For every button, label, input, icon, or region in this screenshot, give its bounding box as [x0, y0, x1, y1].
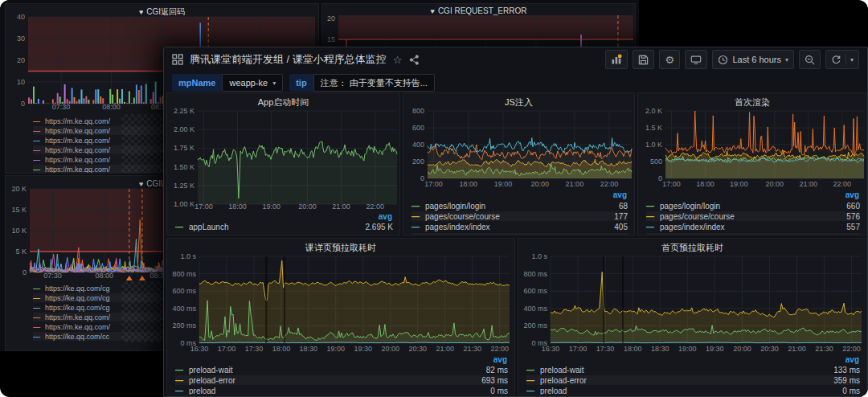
- svg-text:21:30: 21:30: [815, 345, 833, 353]
- svg-text:17:30: 17:30: [245, 345, 264, 353]
- legend-item[interactable]: —pages/login/login660: [646, 201, 860, 211]
- svg-text:18:00: 18:00: [624, 345, 642, 353]
- panel-course-preload[interactable]: 课详页预拉取耗时 1.0 s800 ms600 ms400 ms200 ms0 …: [166, 238, 515, 395]
- legend-avg-header[interactable]: avg: [493, 355, 507, 364]
- legend-item[interactable]: —preload0 ms: [175, 386, 508, 395]
- series-dash-icon: —: [411, 202, 420, 211]
- svg-text:200 ms: 200 ms: [523, 321, 547, 329]
- dashboards-grid-icon[interactable]: [172, 54, 183, 65]
- dashboard-header: 腾讯课堂前端开发组 / 课堂小程序总体监控 ☆ ⚙ Last 6 hours: [164, 47, 867, 72]
- series-dash-icon: —: [526, 387, 534, 395]
- svg-text:19:00: 19:00: [494, 180, 513, 188]
- legend-avg-header[interactable]: avg: [613, 190, 627, 199]
- legend-item[interactable]: —appLaunch2.695 K: [175, 222, 393, 231]
- variable-tip[interactable]: tip 注意： 由于变量不支持告...: [289, 74, 435, 92]
- panel-first-render[interactable]: 首次渲染 2.0 K1.5 K1.0 K500017:0018:0019:002…: [637, 92, 867, 235]
- legend-item[interactable]: —preload-error359 ms: [526, 375, 860, 385]
- legend-item[interactable]: —pages/…: [411, 233, 628, 235]
- series-dash-icon: —: [175, 223, 183, 231]
- legend-item[interactable]: —pages/login/login68: [411, 201, 628, 211]
- svg-text:21:00: 21:00: [436, 345, 454, 353]
- time-range-picker[interactable]: Last 6 hours ▾: [712, 50, 794, 69]
- svg-text:2.00 K: 2.00 K: [174, 125, 194, 133]
- svg-text:15: 15: [327, 35, 335, 43]
- series-dash-icon: —: [33, 323, 40, 331]
- svg-text:21:00: 21:00: [800, 180, 818, 188]
- time-range-label: Last 6 hours: [732, 55, 781, 64]
- legend-item[interactable]: —pages/course/course576: [646, 211, 860, 221]
- series-dash-icon: —: [526, 366, 534, 374]
- svg-text:400 ms: 400 ms: [172, 305, 196, 313]
- dashboard-window: 腾讯课堂前端开发组 / 课堂小程序总体监控 ☆ ⚙ Last 6 hours: [163, 47, 868, 397]
- svg-text:1.75 K: 1.75 K: [174, 144, 194, 152]
- svg-text:19:30: 19:30: [354, 345, 373, 353]
- svg-text:20 K: 20 K: [11, 185, 27, 193]
- svg-text:19:00: 19:00: [730, 180, 748, 188]
- series-dash-icon: —: [33, 333, 40, 341]
- panel-app-launch[interactable]: App启动时间 2.25 K2.00 K1.75 K1.50 K1.25 K1.…: [166, 92, 400, 235]
- chevron-down-icon: ▾: [272, 80, 276, 87]
- svg-text:17:30: 17:30: [596, 345, 615, 353]
- cycle-view-button[interactable]: [685, 50, 707, 69]
- series-dash-icon: —: [411, 234, 420, 236]
- svg-text:800 ms: 800 ms: [172, 270, 196, 278]
- legend-item[interactable]: —pages/index/index405: [411, 222, 628, 231]
- dashboard-settings-button[interactable]: ⚙: [659, 50, 680, 69]
- series-dash-icon: —: [646, 202, 654, 211]
- svg-text:21:00: 21:00: [788, 345, 806, 353]
- svg-text:40: 40: [17, 13, 25, 21]
- legend-item[interactable]: —pages/course/course177: [411, 211, 628, 221]
- legend-item[interactable]: —preload0 ms: [526, 386, 860, 395]
- svg-text:22:00: 22:00: [490, 345, 509, 353]
- panel-home-preload[interactable]: 首页预拉取耗时 1.0 s800 ms600 ms400 ms200 ms0 m…: [518, 238, 867, 395]
- svg-text:1.0 s: 1.0 s: [180, 252, 196, 260]
- series-dash-icon: —: [175, 366, 183, 374]
- add-panel-button[interactable]: [605, 50, 628, 69]
- screenshot: ♥CGI返回码 40302010007:3008:0008:30 —https:…: [0, 0, 868, 397]
- zoom-out-button[interactable]: [799, 50, 821, 69]
- svg-text:10: 10: [17, 78, 25, 86]
- chevron-down-icon: ▾: [850, 56, 854, 63]
- favorite-star-icon[interactable]: ☆: [393, 55, 403, 65]
- svg-text:20: 20: [17, 56, 25, 64]
- variable-mpname[interactable]: mpName weapp-ke▾: [172, 74, 283, 92]
- svg-text:17:00: 17:00: [218, 345, 236, 353]
- svg-text:07:30: 07:30: [52, 103, 71, 111]
- svg-text:19:30: 19:30: [706, 345, 724, 353]
- refresh-button[interactable]: ▾: [825, 50, 859, 69]
- svg-text:10 K: 10 K: [11, 227, 27, 235]
- svg-text:20:30: 20:30: [760, 345, 779, 353]
- svg-text:19:00: 19:00: [678, 345, 697, 353]
- svg-text:16:30: 16:30: [542, 345, 560, 353]
- svg-text:17:00: 17:00: [424, 180, 443, 188]
- legend-item[interactable]: —pages/index/index557: [646, 222, 860, 231]
- legend-item[interactable]: —preload-wait82 ms: [175, 365, 508, 374]
- svg-text:21:30: 21:30: [463, 345, 481, 353]
- series-dash-icon: —: [33, 313, 40, 321]
- svg-text:600 ms: 600 ms: [172, 287, 196, 295]
- legend-item[interactable]: —pages/…: [646, 233, 860, 235]
- variable-tip-value[interactable]: 注意： 由于变量不支持告...: [313, 74, 435, 92]
- variable-mpname-select[interactable]: weapp-ke▾: [222, 74, 283, 92]
- variables-row: mpName weapp-ke▾ tip 注意： 由于变量不支持告...: [172, 74, 435, 92]
- legend-avg-header[interactable]: avg: [845, 190, 859, 199]
- save-dashboard-button[interactable]: [633, 50, 654, 69]
- legend-avg-header[interactable]: avg: [845, 355, 859, 364]
- panel-js-inject[interactable]: JS注入 800600400200017:0018:0019:0020:0021…: [403, 92, 635, 235]
- share-icon[interactable]: [409, 55, 420, 65]
- svg-text:21:00: 21:00: [566, 180, 584, 188]
- svg-text:200: 200: [412, 158, 424, 166]
- series-dash-icon: —: [33, 284, 40, 293]
- svg-text:20:00: 20:00: [382, 345, 400, 353]
- gear-icon: ⚙: [665, 55, 675, 65]
- chevron-down-icon: ▾: [785, 56, 788, 63]
- svg-text:1.0 K: 1.0 K: [645, 141, 662, 149]
- svg-text:08:00: 08:00: [102, 103, 121, 111]
- series-dash-icon: —: [33, 156, 40, 164]
- legend-item[interactable]: —preload-wait133 ms: [526, 365, 860, 374]
- legend-item[interactable]: —preload-error693 ms: [175, 375, 508, 385]
- svg-text:200 ms: 200 ms: [172, 321, 196, 329]
- legend-avg-header[interactable]: avg: [379, 212, 392, 221]
- app-launch-chart[interactable]: 2.25 K2.00 K1.75 K1.50 K1.25 K1.00 K17:0…: [167, 93, 400, 235]
- svg-text:30: 30: [17, 35, 25, 43]
